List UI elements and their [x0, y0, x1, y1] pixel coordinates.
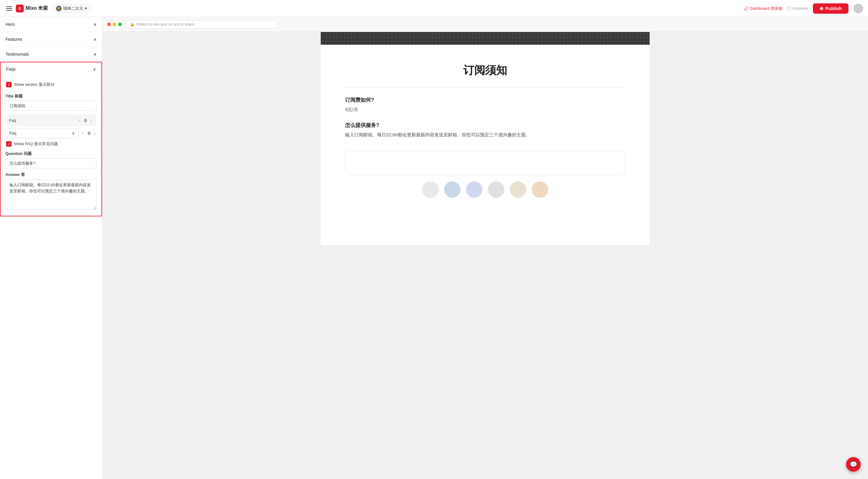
- publish-button[interactable]: ⊕ Publish: [813, 3, 848, 14]
- hamburger-menu-icon[interactable]: [5, 5, 13, 12]
- publish-plus-icon: ⊕: [819, 6, 824, 11]
- question-field-label: Question 问题: [5, 151, 97, 157]
- sidebar: Hero ∧ Features ∧ Testimonials ∧ Faqs ∨ …: [0, 17, 102, 479]
- title-field-label: Title 标题: [5, 94, 97, 99]
- faq-entry-1: 怎么提供服务? 输入订阅邮箱。每日22:00都会更新最新内容发送至邮箱。你也可以…: [345, 122, 625, 138]
- page-content: 订阅须知 订阅费如何? 3元/月 怎么提供服务? 输入订阅邮箱。每日22:00都…: [321, 32, 650, 245]
- avatar-4: [488, 181, 505, 198]
- faq-section-content: 订阅须知 订阅费如何? 3元/月 怎么提供服务? 输入订阅邮箱。每日22:00都…: [321, 45, 650, 223]
- faqs-label: Faqs: [6, 67, 16, 71]
- testimonials-label: Testimonials: [5, 52, 29, 57]
- avatar-2: [444, 181, 461, 198]
- faq-item-2-delete-icon[interactable]: 🗑: [87, 130, 92, 136]
- show-section-label: Show section 显示部分: [14, 82, 55, 87]
- faq-item-1-actions: ↑ 🗑 ↓: [78, 117, 93, 123]
- faq-item-1-label: Faq: [9, 118, 16, 123]
- answer-textarea[interactable]: 输入订阅邮箱。每日22:00都会更新最新内容发送至邮箱。你也可以预定三个感兴趣的…: [5, 179, 97, 210]
- browser-dots: [107, 23, 122, 26]
- save-icon: ☐: [787, 6, 791, 11]
- faq-item-1-delete-icon[interactable]: 🗑: [83, 117, 88, 123]
- faq-item-2-actions: ↑ 🗑 ↓: [81, 130, 97, 136]
- site-icon: 🐱: [56, 6, 62, 11]
- chat-icon: 💬: [850, 461, 857, 468]
- publish-label: Publish: [825, 6, 842, 11]
- avatar-3: [466, 181, 483, 198]
- features-chevron-icon: ∧: [93, 37, 97, 42]
- url-placeholder: Publish to see your url and to share...: [136, 22, 197, 27]
- faq-answer-1: 输入订阅邮箱。每日22:00都会更新最新内容发送至邮箱。你也可以预定三个感兴趣的…: [345, 131, 625, 138]
- unsaved-text: Unsaved: [793, 6, 808, 11]
- faq-entry-0: 订阅费如何? 3元/月: [345, 97, 625, 113]
- faq-question-0: 订阅费如何?: [345, 97, 625, 103]
- main-layout: Hero ∧ Features ∧ Testimonials ∧ Faqs ∨ …: [0, 17, 868, 479]
- question-input[interactable]: [5, 158, 97, 168]
- faq-item-1-header[interactable]: Faq ↑ 🗑 ↓: [5, 114, 97, 126]
- avatar-6: [531, 181, 549, 198]
- lock-icon: 🔒: [130, 22, 135, 27]
- site-selector[interactable]: 🐱 喵咪二次元 ▾: [53, 4, 90, 13]
- title-input[interactable]: [5, 101, 97, 111]
- faq-question-1: 怎么提供服务?: [345, 122, 625, 129]
- answer-field-label: Answer 答: [5, 172, 97, 177]
- user-avatar[interactable]: [854, 4, 863, 13]
- faqs-section-header[interactable]: Faqs ∨: [1, 62, 101, 76]
- show-faq-label: Show FAQ 显示常见问题: [14, 141, 58, 147]
- faqs-section: Faqs ∨ Show section 显示部分 Title 标题 Faq ↑: [0, 62, 102, 216]
- faq-item-2-down-icon[interactable]: ↓: [93, 130, 97, 136]
- sidebar-item-features[interactable]: Features ∧: [0, 32, 102, 47]
- chat-bubble[interactable]: 💬: [846, 457, 861, 472]
- faq-item-2-up-icon[interactable]: ↑: [81, 130, 85, 136]
- show-section-row: Show section 显示部分: [5, 79, 97, 90]
- logo-text: Mixo 米索: [26, 5, 48, 11]
- faq-item-1-up-icon[interactable]: ↑: [78, 117, 81, 123]
- faqs-content: Show section 显示部分 Title 标题 Faq ↑ 🗑 ↓: [1, 76, 101, 216]
- faq-answer-0: 3元/月: [345, 106, 625, 113]
- hero-chevron-icon: ∧: [93, 22, 97, 27]
- hero-label: Hero: [5, 22, 14, 27]
- logo-x-icon: X: [16, 5, 24, 12]
- dot-red: [107, 23, 111, 26]
- dot-yellow: [113, 23, 116, 26]
- faq-item-2-row: Faq ∨ ↑ 🗑 ↓: [5, 128, 97, 138]
- avatars-row: [345, 175, 625, 204]
- url-bar[interactable]: 🔒 Publish to see your url and to share..…: [125, 20, 277, 29]
- sidebar-item-hero[interactable]: Hero ∧: [0, 17, 102, 32]
- faq-divider: [345, 88, 625, 88]
- unsaved-status[interactable]: ☐ Unsaved: [787, 6, 808, 11]
- dark-banner: [321, 32, 650, 45]
- faq-item-1-down-icon[interactable]: ↓: [90, 117, 93, 123]
- faqs-chevron-icon: ∨: [93, 67, 96, 71]
- logo: X Mixo 米索: [16, 5, 48, 12]
- bottom-section: [345, 151, 625, 175]
- dashboard-link[interactable]: 📈 Dashboard 挡泥板: [743, 6, 782, 11]
- faq-dropdown-label: Faq: [9, 131, 16, 135]
- dot-green: [118, 23, 122, 26]
- browser-bar: 🔒 Publish to see your url and to share..…: [102, 17, 868, 32]
- navbar-right: 📈 Dashboard 挡泥板 ☐ Unsaved ⊕ Publish: [743, 3, 863, 14]
- preview-area: 🔒 Publish to see your url and to share..…: [102, 17, 868, 479]
- site-name: 喵咪二次元: [63, 6, 83, 11]
- navbar: X Mixo 米索 🐱 喵咪二次元 ▾ 📈 Dashboard 挡泥板 ☐ Un…: [0, 0, 868, 17]
- avatar-1: [422, 181, 439, 198]
- faq-dropdown-chevron: ∨: [72, 131, 75, 135]
- faq-section-title: 订阅须知: [345, 63, 625, 78]
- avatar-5: [509, 181, 527, 198]
- site-caret-icon: ▾: [85, 6, 87, 11]
- show-faq-checkbox[interactable]: [6, 141, 11, 147]
- show-section-checkbox[interactable]: [6, 82, 11, 87]
- testimonials-chevron-icon: ∧: [93, 52, 97, 57]
- features-label: Features: [5, 37, 22, 42]
- sidebar-item-testimonials[interactable]: Testimonials ∧: [0, 47, 102, 62]
- bottom-box: [345, 151, 625, 175]
- navbar-left: X Mixo 米索 🐱 喵咪二次元 ▾: [5, 4, 740, 13]
- faq-item-2-dropdown[interactable]: Faq ∨: [5, 128, 79, 138]
- dashboard-label: Dashboard 挡泥板: [750, 6, 782, 11]
- dashboard-chart-icon: 📈: [743, 6, 749, 11]
- show-faq-row: Show FAQ 显示常见问题: [5, 138, 97, 147]
